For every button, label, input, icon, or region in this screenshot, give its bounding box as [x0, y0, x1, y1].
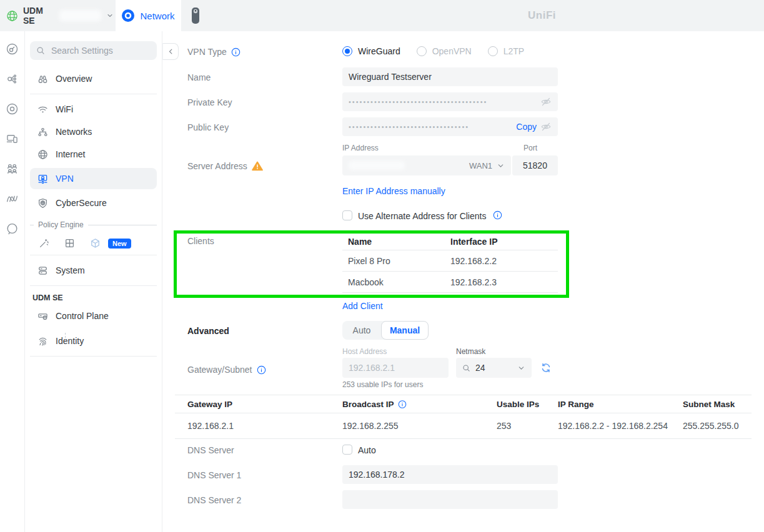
sidebar-item-vpn[interactable]: VPN	[30, 168, 157, 189]
usable-ips-hint: 253 usable IPs for users	[342, 380, 423, 389]
sidebar-item-label: Identity	[56, 336, 84, 346]
sidebar-item-label: Control Plane	[56, 311, 109, 321]
topology-icon[interactable]	[6, 72, 19, 86]
subnet-table-header: Gateway IP Broadcast IP Usable IPs IP Ra…	[175, 395, 752, 413]
alternate-address-label: Use Alternate Address for Clients	[358, 211, 486, 221]
toggle-manual[interactable]: Manual	[381, 321, 429, 340]
grid-icon[interactable]	[64, 238, 75, 249]
divider	[30, 285, 157, 286]
sidebar-item-networks[interactable]: Networks	[30, 123, 157, 140]
sidebar-item-internet[interactable]: Internet	[30, 145, 157, 163]
devices-icon[interactable]	[6, 102, 19, 116]
sidebar-item-control-plane[interactable]: Control Plane	[30, 307, 157, 325]
radio-l2tp[interactable]: L2TP	[488, 46, 524, 56]
chevron-down-icon	[106, 12, 114, 19]
search-settings-box[interactable]	[30, 41, 157, 60]
chevron-down-icon	[497, 162, 505, 170]
dns-server-2-label: DNS Server 2	[187, 495, 241, 505]
search-settings-input[interactable]	[50, 45, 146, 56]
private-key-input[interactable]: ••••••••••••••••••••••••••••••••••••••	[342, 92, 558, 111]
clients-icon[interactable]	[6, 132, 19, 145]
col-ip-range: IP Range	[558, 400, 594, 409]
info-icon[interactable]	[231, 47, 241, 57]
sidebar-item-label: System	[56, 265, 85, 275]
radio-icon	[417, 46, 427, 56]
radio-icon	[488, 46, 498, 56]
private-key-label: Private Key	[187, 97, 232, 107]
users-icon[interactable]	[6, 162, 19, 175]
refresh-icon[interactable]	[540, 362, 552, 374]
info-icon[interactable]	[398, 400, 407, 408]
sidebar-item-label: VPN	[56, 174, 74, 184]
sidebar-collapse-button[interactable]	[162, 43, 179, 60]
copy-button[interactable]: Copy	[516, 122, 537, 132]
tab-network[interactable]: Network	[116, 0, 181, 31]
netmask-sublabel: Netmask	[456, 347, 485, 356]
network-app-icon	[122, 9, 134, 22]
info-icon[interactable]	[493, 210, 502, 220]
sidebar-item-label: CyberSecure	[56, 198, 107, 208]
radio-selected-icon	[342, 46, 352, 56]
unifi-brand-logo: UniFi	[528, 9, 556, 22]
clients-table: Name Interface IP Pixel 8 Pro 192.168.2.…	[342, 234, 558, 293]
radio-wireguard[interactable]: WireGuard	[342, 46, 400, 56]
dns-auto-checkbox[interactable]	[342, 445, 352, 455]
udm-console-icon	[191, 7, 200, 24]
toggle-auto[interactable]: Auto	[342, 321, 381, 340]
eye-slash-icon[interactable]	[540, 121, 552, 132]
netmask-value: 24	[475, 363, 485, 373]
col-interface-ip: Interface IP	[450, 237, 558, 247]
dns-server-2-input[interactable]	[342, 490, 558, 509]
cube-icon[interactable]	[90, 238, 101, 249]
info-icon[interactable]	[257, 365, 266, 375]
alternate-address-checkbox[interactable]	[342, 210, 352, 220]
insights-icon[interactable]	[6, 192, 19, 205]
dns-server-1-input[interactable]: 192.168.178.2	[342, 465, 558, 484]
settings-sidebar: Overview WiFi Networks Internet VPN	[25, 31, 162, 532]
sidebar-item-cybersecure[interactable]: CyberSecure	[30, 194, 157, 212]
sidebar-item-overview[interactable]: Overview	[30, 70, 157, 87]
connector-dotted-line	[65, 333, 66, 341]
eye-slash-icon[interactable]	[540, 96, 552, 107]
col-usable-ips: Usable IPs	[497, 400, 539, 409]
port-input[interactable]: 51820	[512, 155, 558, 175]
binoculars-icon	[37, 74, 48, 84]
server-ip-dropdown[interactable]: WAN1	[342, 155, 511, 175]
divider	[30, 94, 157, 94]
wifi-icon	[37, 104, 48, 115]
console-switcher[interactable]: UDM SE	[0, 0, 114, 31]
magic-wand-icon[interactable]	[39, 238, 49, 249]
sidebar-item-label: Internet	[56, 149, 85, 159]
globe-green-icon	[6, 10, 18, 22]
sidebar-item-system[interactable]: System	[30, 262, 157, 279]
sidebar-item-wifi[interactable]: WiFi	[30, 101, 157, 118]
vpn-lock-icon	[37, 174, 48, 184]
sidebar-item-identity[interactable]: Identity	[30, 332, 157, 350]
client-row[interactable]: Macbook 192.168.2.3	[342, 272, 558, 293]
name-input[interactable]: Wireguard Testserver	[342, 67, 558, 86]
add-client-link[interactable]: Add Client	[342, 301, 383, 311]
radio-openvpn[interactable]: OpenVPN	[417, 46, 472, 56]
support-icon[interactable]	[6, 222, 19, 235]
client-row[interactable]: Pixel 8 Pro 192.168.2.2	[342, 250, 558, 272]
dns-server-label: DNS Server	[187, 445, 234, 455]
port-sublabel: Port	[523, 144, 537, 152]
sidebar-item-label: Overview	[56, 74, 92, 84]
console-section-header: UDM SE	[30, 293, 157, 302]
netmask-select[interactable]: 24	[456, 358, 532, 378]
sidebar-item-label: Networks	[56, 127, 92, 137]
name-label: Name	[187, 72, 211, 82]
control-plane-icon	[37, 311, 48, 322]
dashboard-icon[interactable]	[6, 42, 19, 56]
public-key-input[interactable]: ••••••••••••••••••••••••••••••••• Copy	[342, 117, 558, 136]
unifi-network-settings-screen: UDM SE Network UniFi	[0, 0, 764, 532]
warning-triangle-icon[interactable]	[252, 161, 263, 171]
fingerprint-icon	[37, 336, 48, 347]
top-bar: UDM SE Network UniFi	[0, 0, 764, 31]
ip-address-sublabel: IP Address	[342, 144, 379, 152]
enter-ip-manually-link[interactable]: Enter IP Address manually	[342, 186, 445, 196]
host-address-input[interactable]: 192.168.2.1	[342, 358, 449, 378]
server-address-label: Server Address	[187, 161, 263, 171]
private-key-masked-value: ••••••••••••••••••••••••••••••••••••••	[349, 98, 540, 106]
tab-console-device[interactable]	[181, 0, 210, 31]
